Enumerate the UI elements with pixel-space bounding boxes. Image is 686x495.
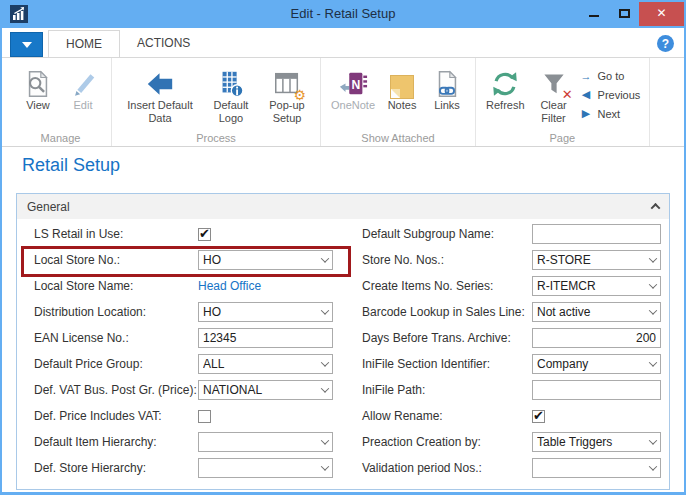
- ribbon: View Edit Manage Ins: [2, 58, 684, 147]
- form-row: Def. Price Includes VAT:: [34, 403, 354, 429]
- check-icon: ✔: [199, 227, 210, 240]
- edit-pencil-icon: [68, 64, 98, 99]
- form-row: Default Subgroup Name:: [362, 221, 663, 247]
- dropdown-arrow-icon[interactable]: [321, 358, 329, 366]
- next-button[interactable]: ▶ Next: [580, 104, 642, 123]
- ribbon-tabs: HOME ACTIONS: [48, 30, 207, 57]
- dropdown-arrow-icon[interactable]: [321, 254, 329, 262]
- ribbon-group-show-attached: N OneNote Notes: [321, 58, 476, 146]
- field-label: Default Item Hierarchy:: [34, 435, 198, 449]
- maximize-icon: [619, 9, 630, 18]
- field-label: LS Retail in Use:: [34, 227, 198, 241]
- field-label: Def. VAT Bus. Post Gr. (Price):: [34, 383, 198, 397]
- links-button[interactable]: Links: [426, 63, 468, 113]
- help-button[interactable]: ?: [657, 35, 674, 52]
- edit-button[interactable]: Edit: [62, 63, 104, 113]
- form-row: Default Price Group: ALL: [34, 351, 354, 377]
- group-label-page: Page: [476, 132, 649, 144]
- refresh-icon: [490, 64, 520, 99]
- form-row: LS Retail in Use: ✔: [34, 221, 354, 247]
- dropdown-arrow-icon[interactable]: [649, 254, 657, 262]
- previous-button[interactable]: ◀ Previous: [580, 85, 642, 104]
- default-logo-button[interactable]: Default Logo: [204, 63, 258, 126]
- svg-text:N: N: [351, 78, 360, 92]
- form-row: Validation period Nos.:: [362, 455, 663, 481]
- ribbon-group-process: Insert Default Data D: [112, 58, 321, 146]
- field-label: Create Items No. Series:: [362, 279, 532, 293]
- def-vat-bus-post-gr-price-combobox[interactable]: NATIONAL: [198, 380, 333, 400]
- refresh-button[interactable]: Refresh: [483, 63, 528, 113]
- inifile-path-field[interactable]: [532, 380, 661, 400]
- local-store-no-combobox[interactable]: HO: [198, 250, 333, 270]
- popup-setup-button[interactable]: ⚙ Pop-up Setup: [261, 63, 313, 126]
- field-label: Local Store Name:: [34, 279, 198, 293]
- tab-home[interactable]: HOME: [48, 30, 120, 57]
- distribution-location-combobox[interactable]: HO: [198, 302, 333, 322]
- page-nav-buttons: → Go to ◀ Previous ▶ Next: [580, 63, 642, 123]
- form-row: Allow Rename: ✔: [362, 403, 663, 429]
- default-price-group-combobox[interactable]: ALL: [198, 354, 333, 374]
- barcode-lookup-in-sales-line-combobox[interactable]: Not active: [532, 302, 661, 322]
- field-label: Allow Rename:: [362, 409, 532, 423]
- inifile-section-identifier-combobox[interactable]: Company: [532, 354, 661, 374]
- insert-default-data-button[interactable]: Insert Default Data: [119, 63, 201, 126]
- ribbon-group-page: Refresh ✕ Clear Filter → Go to ◀ P: [476, 58, 650, 146]
- default-subgroup-name-field[interactable]: [532, 224, 661, 244]
- close-button[interactable]: ✕: [639, 0, 684, 26]
- dropdown-arrow-icon[interactable]: [649, 462, 657, 470]
- clear-filter-funnel-icon: ✕: [540, 64, 568, 99]
- def-store-hierarchy-combobox[interactable]: [198, 458, 333, 478]
- chevron-up-icon[interactable]: [651, 203, 661, 213]
- form-row: IniFile Section Identifier: Company: [362, 351, 663, 377]
- dropdown-arrow-icon[interactable]: [321, 384, 329, 392]
- title-bar: Edit - Retail Setup ✕: [0, 0, 686, 28]
- help-icon: ?: [662, 37, 669, 51]
- allow-rename-checkbox[interactable]: ✔: [532, 410, 545, 423]
- ean-license-no-field[interactable]: 12345: [198, 328, 333, 348]
- popup-setup-table-icon: ⚙: [272, 64, 302, 99]
- dropdown-arrow-icon[interactable]: [321, 436, 329, 444]
- default-logo-icon: [216, 64, 246, 99]
- field-label: Default Price Group:: [34, 357, 198, 371]
- ls-retail-in-use-checkbox[interactable]: ✔: [198, 228, 211, 241]
- field-label: Default Subgroup Name:: [362, 227, 532, 241]
- local-store-name-link[interactable]: Head Office: [198, 279, 261, 293]
- create-items-no-series-combobox[interactable]: R-ITEMCR: [532, 276, 661, 296]
- general-section: General LS Retail in Use: ✔ Local Store …: [16, 193, 670, 490]
- window-controls: ✕: [579, 0, 684, 26]
- go-to-button[interactable]: → Go to: [580, 66, 642, 85]
- page-title: Retail Setup: [22, 155, 120, 176]
- validation-period-nos-combobox[interactable]: [532, 458, 661, 478]
- onenote-button[interactable]: N OneNote: [328, 63, 378, 113]
- field-label: Days Before Trans. Archive:: [362, 331, 532, 345]
- dropdown-arrow-icon[interactable]: [649, 436, 657, 444]
- field-label: Local Store No.:: [34, 253, 198, 267]
- notes-button[interactable]: Notes: [381, 63, 423, 113]
- dropdown-arrow-icon[interactable]: [321, 462, 329, 470]
- dropdown-arrow-icon[interactable]: [649, 280, 657, 288]
- def-price-includes-vat-checkbox[interactable]: [198, 410, 211, 423]
- tab-actions[interactable]: ACTIONS: [120, 30, 207, 57]
- previous-triangle-icon: ◀: [580, 88, 593, 101]
- minimize-button[interactable]: [579, 0, 609, 26]
- default-item-hierarchy-combobox[interactable]: [198, 432, 333, 452]
- dropdown-arrow-icon[interactable]: [649, 358, 657, 366]
- form-row: Local Store No.: HO: [34, 247, 354, 273]
- dropdown-arrow-icon[interactable]: [321, 306, 329, 314]
- field-label: Store No. Nos.:: [362, 253, 532, 267]
- dropdown-arrow-icon[interactable]: [649, 306, 657, 314]
- form-row: Barcode Lookup in Sales Line: Not active: [362, 299, 663, 325]
- general-section-header[interactable]: General: [17, 194, 669, 219]
- ribbon-tab-row: HOME ACTIONS ?: [2, 28, 684, 58]
- app-menu-button[interactable]: [10, 32, 43, 57]
- maximize-button[interactable]: [609, 0, 639, 26]
- preaction-creation-by-combobox[interactable]: Table Triggers: [532, 432, 661, 452]
- close-icon: ✕: [656, 6, 666, 20]
- store-no-nos-combobox[interactable]: R-STORE: [532, 250, 661, 270]
- clear-filter-button[interactable]: ✕ Clear Filter: [531, 63, 577, 126]
- next-triangle-icon: ▶: [580, 107, 593, 120]
- field-label: Def. Price Includes VAT:: [34, 409, 198, 423]
- days-before-trans-archive-field[interactable]: 200: [532, 328, 661, 348]
- view-button[interactable]: View: [17, 63, 59, 113]
- links-chain-icon: [432, 64, 462, 99]
